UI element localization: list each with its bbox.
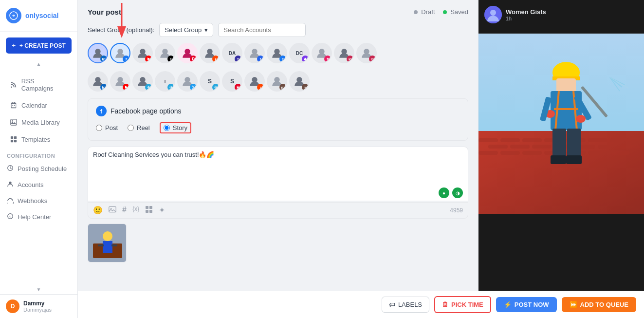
svg-point-31 xyxy=(110,208,111,209)
account-avatar-7[interactable]: DA T xyxy=(222,43,242,63)
post-type-story-option[interactable]: Story xyxy=(160,122,191,133)
add-to-queue-button[interactable]: ⏩ ADD TO QUEUE xyxy=(562,297,636,312)
labels-button[interactable]: 🏷 LABELS xyxy=(382,297,429,313)
ai-sparkle-icon[interactable]: ✦ xyxy=(159,206,165,215)
account-avatar-9[interactable]: f xyxy=(267,43,287,63)
scroll-down-arrow[interactable]: ▼ xyxy=(0,285,77,294)
svg-rect-53 xyxy=(488,145,508,149)
sidebar-item-calendar[interactable]: Calendar xyxy=(3,97,74,113)
preview-avatar xyxy=(484,6,502,23)
sidebar-item-rss[interactable]: RSS Campaigns xyxy=(3,73,74,96)
right-panel: Women Gists 1h xyxy=(478,0,644,318)
pick-time-button[interactable]: 🗓 PICK TIME xyxy=(434,296,491,313)
svg-rect-66 xyxy=(610,151,629,155)
preview-time: 1h xyxy=(506,16,546,21)
account-avatar-11[interactable]: ig xyxy=(334,43,354,63)
scroll-up-arrow[interactable]: ▲ xyxy=(0,59,77,69)
sidebar-item-calendar-label: Calendar xyxy=(21,102,47,109)
help-icon: ? xyxy=(7,213,14,221)
svg-rect-61 xyxy=(500,151,520,155)
account-avatar-5[interactable]: P xyxy=(177,43,198,63)
label-icon: 🏷 xyxy=(389,301,395,308)
svg-point-84 xyxy=(576,115,586,123)
post-content-textarea[interactable] xyxy=(88,147,468,201)
account-avatar-20[interactable]: m xyxy=(289,71,310,92)
svg-rect-5 xyxy=(11,140,13,142)
account-avatar-16[interactable]: I ✈ xyxy=(155,71,175,92)
ai-badge-2[interactable]: ◑ xyxy=(452,187,463,198)
sidebar: onlysocial ＋ + CREATE POST ▲ RSS Campaig… xyxy=(0,0,78,318)
sidebar-logo: onlysocial xyxy=(0,0,77,32)
account-avatar-17[interactable]: 𝕏 xyxy=(177,71,198,92)
svg-rect-60 xyxy=(478,151,498,155)
svg-rect-46 xyxy=(478,138,498,142)
svg-rect-47 xyxy=(500,138,520,142)
svg-rect-6 xyxy=(14,140,17,142)
svg-rect-77 xyxy=(566,155,582,164)
account-avatar-s1[interactable]: S ✈ xyxy=(200,71,220,92)
account-avatar-8[interactable]: t xyxy=(244,43,265,63)
preview-user-info: Women Gists 1h xyxy=(506,8,546,21)
facebook-icon: f xyxy=(96,106,107,116)
create-post-button[interactable]: ＋ + CREATE POST xyxy=(6,37,72,54)
account-avatar-18[interactable]: r xyxy=(244,71,265,92)
facebook-options-header: f Facebook page options xyxy=(96,106,460,116)
account-avatar-19[interactable]: m xyxy=(267,71,287,92)
account-avatar-dc[interactable]: DC ◆ xyxy=(289,43,310,63)
emoji-icon[interactable]: 🙂 xyxy=(93,206,103,215)
svg-rect-51 xyxy=(588,138,607,142)
sidebar-item-templates-label: Templates xyxy=(21,136,50,143)
sidebar-item-help[interactable]: ? Help Center xyxy=(0,209,77,225)
svg-point-38 xyxy=(103,231,112,241)
search-accounts-input[interactable] xyxy=(218,23,306,37)
ai-icons-row: ● ◑ xyxy=(439,187,463,198)
preview-image-area xyxy=(478,34,644,293)
account-avatar-2[interactable]: f xyxy=(110,43,130,63)
sidebar-item-media[interactable]: Media Library xyxy=(3,114,74,131)
svg-rect-39 xyxy=(103,241,112,253)
sidebar-nav: RSS Campaigns Calendar Media Library Tem… xyxy=(0,69,77,285)
account-avatar-3[interactable]: ▶ xyxy=(132,43,153,63)
preview-post-header: Women Gists 1h xyxy=(484,6,638,23)
reel-radio[interactable] xyxy=(128,125,134,131)
sidebar-item-accounts[interactable]: Accounts xyxy=(0,177,77,193)
post-type-post-option[interactable]: Post xyxy=(96,122,118,133)
account-avatar-s2[interactable]: S P xyxy=(222,71,242,92)
select-group-row: Select Group (optional): Select Group ▾ xyxy=(88,23,468,37)
post-type-reel-option[interactable]: Reel xyxy=(128,122,150,133)
draft-dot xyxy=(414,10,418,14)
account-avatar-1[interactable]: in xyxy=(88,43,108,63)
account-avatar-6[interactable]: r xyxy=(200,43,220,63)
image-upload-icon[interactable] xyxy=(109,206,116,215)
svg-rect-62 xyxy=(522,151,542,155)
svg-rect-76 xyxy=(551,155,566,164)
post-radio[interactable] xyxy=(96,125,102,131)
select-group-value: Select Group xyxy=(165,26,202,34)
select-group-dropdown[interactable]: Select Group ▾ xyxy=(159,23,213,37)
svg-point-8 xyxy=(9,182,11,184)
account-avatar-10[interactable]: ✦ xyxy=(312,43,332,63)
account-avatar-14[interactable]: ▶ xyxy=(110,71,130,92)
configuration-section-label: Configuration xyxy=(0,148,77,161)
select-group-label: Select Group (optional): xyxy=(88,26,154,34)
account-avatar-12[interactable]: ig xyxy=(356,43,377,63)
svg-rect-1 xyxy=(11,119,17,125)
grid-icon[interactable] xyxy=(145,206,153,215)
media-icon xyxy=(10,118,18,126)
svg-rect-75 xyxy=(567,129,581,158)
hashtag-icon[interactable]: # xyxy=(122,206,127,215)
post-now-icon: ⚡ xyxy=(504,301,512,308)
variable-icon[interactable]: {x} xyxy=(132,206,139,215)
story-radio[interactable] xyxy=(164,125,170,131)
ai-badge-1[interactable]: ● xyxy=(439,187,449,198)
sidebar-item-posting-schedule[interactable]: Posting Schedule xyxy=(0,161,77,177)
post-now-button[interactable]: ⚡ POST NOW xyxy=(496,297,557,312)
account-avatar-4[interactable]: t xyxy=(155,43,175,63)
account-avatar-13[interactable]: in xyxy=(88,71,108,92)
queue-icon: ⏩ xyxy=(570,301,577,308)
schedule-icon xyxy=(7,165,14,173)
account-avatar-15[interactable]: ✈ xyxy=(132,71,153,92)
sidebar-item-templates[interactable]: Templates xyxy=(3,131,74,148)
bottom-action-bar: 🏷 LABELS 🗓 PICK TIME ⚡ POST NOW ⏩ ADD TO… xyxy=(78,291,644,318)
sidebar-item-webhooks[interactable]: Webhooks xyxy=(0,193,77,209)
